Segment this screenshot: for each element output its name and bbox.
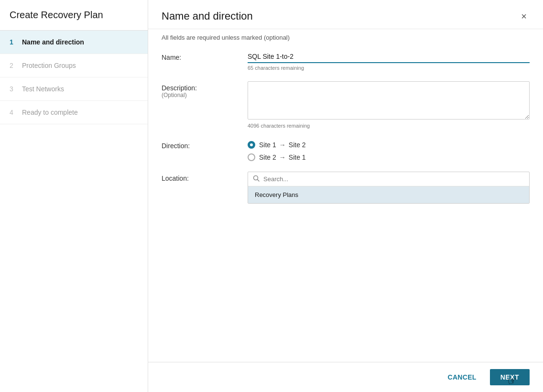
main-header: Name and direction × [148, 0, 543, 29]
sidebar-step-2[interactable]: 2 Protection Groups [0, 54, 148, 77]
sidebar-steps: 1 Name and direction 2 Protection Groups… [0, 31, 148, 124]
direction-row: Direction: Site 1 → Site 2 Sit [162, 139, 530, 161]
next-button[interactable]: NEXT [490, 369, 530, 385]
description-control: 4096 characters remaining [248, 81, 530, 129]
svg-line-1 [258, 180, 260, 182]
location-row: Location: Recovery Plans [162, 172, 530, 204]
sidebar-step-4[interactable]: 4 Ready to complete [0, 101, 148, 124]
name-hint: 65 characters remaining [248, 65, 530, 71]
location-item-recovery-plans[interactable]: Recovery Plans [248, 186, 529, 203]
location-label: Location: [162, 172, 248, 182]
direction-control: Site 1 → Site 2 Site 2 → Site 1 [248, 139, 530, 161]
sidebar-title: Create Recovery Plan [0, 0, 148, 31]
description-label: Description: (Optional) [162, 81, 248, 98]
direction-option1-arrow: → [279, 141, 286, 149]
direction-option1-site2: Site 2 [289, 141, 306, 149]
direction-radio-1[interactable] [248, 141, 255, 149]
main-subtitle: All fields are required unless marked (o… [148, 29, 543, 41]
direction-option1-site1: Site 1 [259, 141, 276, 149]
step-label-4: Ready to complete [22, 109, 78, 116]
direction-option2-arrow: → [279, 153, 286, 161]
direction-label: Direction: [162, 139, 248, 150]
location-control: Recovery Plans [248, 172, 530, 204]
main-panel: Name and direction × All fields are requ… [148, 0, 543, 392]
main-body: Name: 65 characters remaining Descriptio… [148, 41, 543, 362]
step-label-1: Name and direction [22, 38, 84, 46]
main-footer: CANCEL NEXT [148, 362, 543, 392]
cancel-button[interactable]: CANCEL [440, 370, 484, 385]
sidebar-step-3[interactable]: 3 Test Networks [0, 77, 148, 101]
step-number-3: 3 [10, 85, 17, 93]
main-title: Name and direction [162, 10, 253, 22]
search-icon [253, 175, 260, 183]
step-label-3: Test Networks [22, 85, 64, 93]
direction-radio-group: Site 1 → Site 2 Site 2 → Site 1 [248, 139, 530, 161]
name-label: Name: [162, 51, 248, 61]
step-number-4: 4 [10, 109, 17, 116]
direction-option-1[interactable]: Site 1 → Site 2 [248, 141, 530, 149]
location-search-input[interactable] [263, 175, 524, 183]
sidebar: Create Recovery Plan 1 Name and directio… [0, 0, 148, 392]
location-list: Recovery Plans [248, 186, 529, 203]
name-control: 65 characters remaining [248, 51, 530, 71]
direction-radio-2[interactable] [248, 153, 255, 161]
name-row: Name: 65 characters remaining [162, 51, 530, 71]
close-button[interactable]: × [518, 10, 530, 23]
direction-option2-site2: Site 1 [289, 153, 306, 161]
step-number-1: 1 [10, 38, 17, 46]
name-input[interactable] [248, 51, 530, 63]
description-row: Description: (Optional) 4096 characters … [162, 81, 530, 129]
sidebar-step-1[interactable]: 1 Name and direction [0, 31, 148, 54]
location-container: Recovery Plans [248, 172, 530, 204]
location-search-bar [248, 172, 529, 186]
description-hint: 4096 characters remaining [248, 123, 530, 129]
description-input[interactable] [248, 81, 530, 120]
step-number-2: 2 [10, 62, 17, 69]
direction-option-2[interactable]: Site 2 → Site 1 [248, 153, 530, 161]
step-label-2: Protection Groups [22, 62, 76, 69]
description-optional: (Optional) [162, 92, 248, 98]
direction-option2-site1: Site 2 [259, 153, 276, 161]
